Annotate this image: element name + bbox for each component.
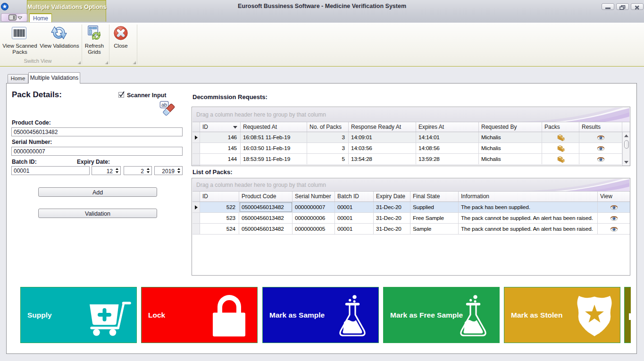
- svg-text:ab: ab: [161, 102, 167, 108]
